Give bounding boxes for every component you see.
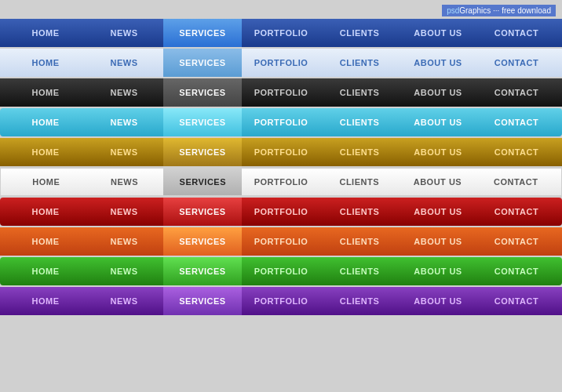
nav-item-contact[interactable]: CONTACT — [477, 198, 556, 226]
nav-bar-bar10: HOMENEWSSERVICESPORTFOLIOCLIENTSABOUT US… — [0, 287, 562, 315]
nav-item-services[interactable]: SERVICES — [163, 19, 242, 47]
nav-item-about-us[interactable]: ABOUT US — [399, 108, 477, 136]
nav-item-contact[interactable]: CONTACT — [476, 169, 555, 195]
nav-bar-bar5: HOMENEWSSERVICESPORTFOLIOCLIENTSABOUT US… — [0, 138, 562, 166]
nav-item-portfolio[interactable]: PORTFOLIO — [242, 19, 320, 47]
watermark: psdGraphics ··· free download — [442, 5, 556, 16]
nav-item-news[interactable]: NEWS — [85, 78, 163, 107]
nav-item-clients[interactable]: CLIENTS — [320, 287, 399, 315]
nav-item-about-us[interactable]: ABOUT US — [399, 19, 477, 47]
nav-item-services[interactable]: SERVICES — [163, 198, 242, 226]
nav-item-about-us[interactable]: ABOUT US — [399, 257, 477, 285]
nav-item-clients[interactable]: CLIENTS — [320, 19, 399, 47]
nav-item-clients[interactable]: CLIENTS — [320, 138, 399, 166]
nav-item-portfolio[interactable]: PORTFOLIO — [242, 287, 320, 315]
nav-item-contact[interactable]: CONTACT — [477, 19, 556, 47]
nav-item-contact[interactable]: CONTACT — [477, 287, 556, 315]
nav-item-portfolio[interactable]: PORTFOLIO — [242, 108, 320, 136]
nav-item-clients[interactable]: CLIENTS — [320, 227, 399, 256]
nav-item-news[interactable]: NEWS — [85, 227, 163, 256]
nav-item-news[interactable]: NEWS — [86, 169, 164, 195]
nav-bar-bar3: HOMENEWSSERVICESPORTFOLIOCLIENTSABOUT US… — [0, 78, 562, 107]
nav-item-news[interactable]: NEWS — [85, 198, 163, 226]
nav-item-services[interactable]: SERVICES — [163, 257, 242, 285]
nav-item-contact[interactable]: CONTACT — [477, 49, 556, 77]
nav-item-news[interactable]: NEWS — [85, 49, 163, 77]
nav-item-portfolio[interactable]: PORTFOLIO — [242, 49, 320, 77]
nav-item-clients[interactable]: CLIENTS — [320, 78, 399, 107]
nav-item-about-us[interactable]: ABOUT US — [399, 138, 477, 166]
nav-item-home[interactable]: HOME — [6, 287, 85, 315]
nav-item-home[interactable]: HOME — [6, 257, 85, 285]
nav-item-contact[interactable]: CONTACT — [477, 257, 556, 285]
nav-item-about-us[interactable]: ABOUT US — [399, 198, 477, 226]
nav-item-portfolio[interactable]: PORTFOLIO — [242, 78, 320, 107]
nav-item-about-us[interactable]: ABOUT US — [399, 78, 477, 107]
nav-item-home[interactable]: HOME — [6, 138, 85, 166]
nav-item-clients[interactable]: CLIENTS — [320, 108, 399, 136]
nav-item-contact[interactable]: CONTACT — [477, 227, 556, 256]
nav-bar-bar2: HOMENEWSSERVICESPORTFOLIOCLIENTSABOUT US… — [0, 49, 562, 77]
nav-item-news[interactable]: NEWS — [85, 108, 163, 136]
nav-item-services[interactable]: SERVICES — [163, 138, 242, 166]
nav-item-news[interactable]: NEWS — [85, 257, 163, 285]
nav-item-portfolio[interactable]: PORTFOLIO — [242, 138, 320, 166]
nav-item-home[interactable]: HOME — [7, 169, 86, 195]
nav-item-news[interactable]: NEWS — [85, 287, 163, 315]
nav-item-portfolio[interactable]: PORTFOLIO — [242, 227, 320, 256]
nav-item-about-us[interactable]: ABOUT US — [399, 49, 477, 77]
nav-item-contact[interactable]: CONTACT — [477, 108, 556, 136]
nav-bar-bar9: HOMENEWSSERVICESPORTFOLIOCLIENTSABOUT US… — [0, 257, 562, 285]
nav-bar-bar4: HOMENEWSSERVICESPORTFOLIOCLIENTSABOUT US… — [0, 108, 562, 136]
nav-item-about-us[interactable]: ABOUT US — [399, 227, 477, 256]
nav-item-home[interactable]: HOME — [6, 227, 85, 256]
nav-item-clients[interactable]: CLIENTS — [320, 198, 399, 226]
nav-item-clients[interactable]: CLIENTS — [320, 169, 399, 195]
nav-bar-bar8: HOMENEWSSERVICESPORTFOLIOCLIENTSABOUT US… — [0, 227, 562, 256]
nav-bar-bar1: HOMENEWSSERVICESPORTFOLIOCLIENTSABOUT US… — [0, 19, 562, 47]
nav-item-services[interactable]: SERVICES — [163, 227, 242, 256]
nav-item-contact[interactable]: CONTACT — [477, 78, 556, 107]
nav-bar-bar6: HOMENEWSSERVICESPORTFOLIOCLIENTSABOUT US… — [0, 168, 562, 196]
nav-bar-bar7: HOMENEWSSERVICESPORTFOLIOCLIENTSABOUT US… — [0, 198, 562, 226]
nav-item-portfolio[interactable]: PORTFOLIO — [242, 257, 320, 285]
nav-item-portfolio[interactable]: PORTFOLIO — [242, 198, 320, 226]
nav-item-services[interactable]: SERVICES — [163, 78, 242, 107]
nav-item-about-us[interactable]: ABOUT US — [399, 287, 477, 315]
nav-item-services[interactable]: SERVICES — [163, 108, 242, 136]
nav-item-home[interactable]: HOME — [6, 198, 85, 226]
nav-item-services[interactable]: SERVICES — [163, 169, 242, 195]
nav-item-home[interactable]: HOME — [6, 108, 85, 136]
nav-item-news[interactable]: NEWS — [85, 138, 163, 166]
nav-bars-container: HOMENEWSSERVICESPORTFOLIOCLIENTSABOUT US… — [0, 19, 562, 317]
nav-item-home[interactable]: HOME — [6, 19, 85, 47]
nav-item-services[interactable]: SERVICES — [163, 287, 242, 315]
nav-item-contact[interactable]: CONTACT — [477, 138, 556, 166]
nav-item-portfolio[interactable]: PORTFOLIO — [242, 169, 320, 195]
nav-item-clients[interactable]: CLIENTS — [320, 257, 399, 285]
nav-item-home[interactable]: HOME — [6, 49, 85, 77]
nav-item-services[interactable]: SERVICES — [163, 49, 242, 77]
nav-item-about-us[interactable]: ABOUT US — [399, 169, 477, 195]
nav-item-news[interactable]: NEWS — [85, 19, 163, 47]
nav-item-clients[interactable]: CLIENTS — [320, 49, 399, 77]
nav-item-home[interactable]: HOME — [6, 78, 85, 107]
